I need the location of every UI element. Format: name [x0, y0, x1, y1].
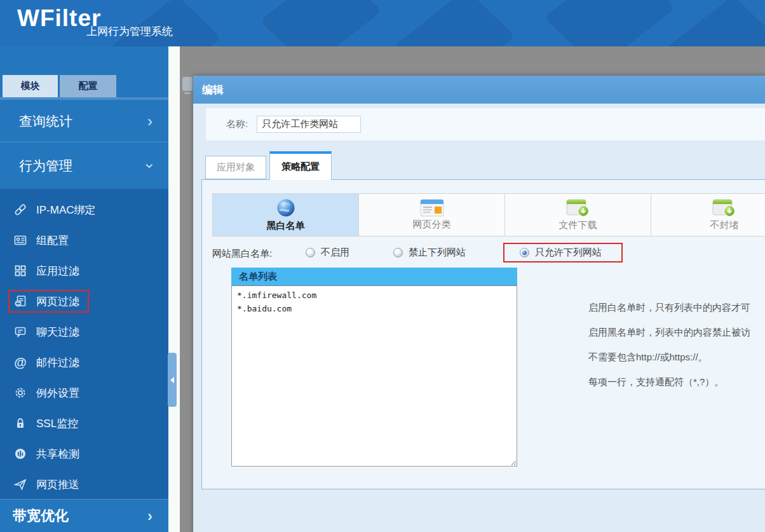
name-row: 名称:: [205, 107, 765, 141]
sidebar-section-query-stats[interactable]: 查询统计 ›: [0, 100, 168, 142]
help-line: 不需要包含http://或https://。: [588, 344, 750, 369]
dialog-title-bar[interactable]: 编辑: [193, 76, 765, 104]
sidebar-item-label: SSL监控: [36, 416, 78, 431]
radio-label: 不启用: [321, 247, 349, 259]
sidebar-item-app-filter[interactable]: 应用过滤: [0, 256, 168, 286]
name-label: 名称:: [226, 118, 248, 130]
download-window-icon: [712, 198, 736, 217]
tab-apply-objects[interactable]: 应用对象: [205, 156, 266, 179]
help-line: 启用黑名单时，列表中的内容禁止被访: [588, 320, 750, 344]
icon-tab-label: 不封堵: [710, 219, 739, 231]
grid-icon: [13, 263, 28, 278]
chat-bubble-icon: [13, 324, 28, 339]
sidebar-tab-modules[interactable]: 模块: [3, 75, 58, 97]
icon-tab-label: 网页分类: [413, 219, 451, 231]
icon-tab-no-block[interactable]: 不封堵: [651, 194, 765, 236]
tab-policy-config[interactable]: 策略配置: [269, 151, 332, 180]
sidebar-item-web-filter[interactable]: 网页过滤: [0, 286, 168, 317]
help-line: 启用白名单时，只有列表中的内容才可: [588, 295, 750, 320]
lock-icon: [13, 416, 28, 431]
sidebar-item-label: 例外设置: [36, 386, 79, 400]
icon-tab-file-download[interactable]: 文件下载: [505, 194, 651, 236]
app-subtitle: 上网行为管理系统: [86, 24, 173, 39]
web-category-icon: [420, 199, 444, 217]
app-header: WFilter 上网行为管理系统: [0, 0, 765, 46]
at-sign-icon: @: [13, 355, 28, 370]
help-text: 启用白名单时，只有列表中的内容才可 启用黑名单时，列表中的内容禁止被访 不需要包…: [588, 295, 750, 394]
icon-tab-blackwhite-list[interactable]: 黑白名单: [213, 194, 359, 236]
chevron-right-icon: ›: [147, 508, 152, 524]
chevron-down-icon: ›: [142, 163, 158, 168]
sidebar: 模块 配置 查询统计 › 行为管理 › IP-MAC绑定 组配置: [0, 46, 168, 532]
sidebar-item-share-detect[interactable]: 共享检测: [0, 439, 168, 469]
keyboard-texture: [542, 0, 677, 46]
radio-label: 只允许下列网站: [535, 247, 602, 259]
share-detect-icon: [13, 446, 28, 461]
id-card-icon: [13, 233, 28, 248]
sidebar-item-ip-mac-binding[interactable]: IP-MAC绑定: [0, 194, 168, 225]
keyboard-texture: [391, 0, 517, 46]
icon-tab-label: 黑白名单: [267, 220, 305, 232]
sidebar-item-label: 聊天过滤: [36, 325, 79, 339]
policy-icon-tabs: 黑白名单 网页分类: [212, 193, 765, 236]
sidebar-item-label: 邮件过滤: [36, 355, 79, 370]
sidebar-gap: [168, 46, 180, 532]
underlying-page-icon: [182, 77, 193, 91]
web-page-icon: [13, 294, 28, 309]
sidebar-section-behavior-mgmt[interactable]: 行为管理 ›: [0, 143, 168, 189]
radio-group-label: 网站黑白名单:: [212, 248, 272, 260]
sidebar-item-chat-filter[interactable]: 聊天过滤: [0, 317, 168, 347]
download-window-icon: [566, 198, 590, 217]
radio-selected-icon[interactable]: [520, 248, 529, 257]
radio-icon[interactable]: [393, 248, 403, 257]
keyboard-texture: [258, 0, 384, 46]
sidebar-item-mail-filter[interactable]: @ 邮件过滤: [0, 347, 168, 378]
sidebar-item-exception-settings[interactable]: 例外设置: [0, 378, 168, 408]
radio-allow-only-listed[interactable]: 只允许下列网站: [520, 247, 602, 259]
sidebar-item-label: 共享检测: [36, 447, 79, 461]
radio-icon[interactable]: [306, 248, 315, 257]
sidebar-section-bandwidth[interactable]: 带宽优化 ›: [0, 499, 168, 532]
icon-tab-web-category[interactable]: 网页分类: [359, 194, 505, 236]
sidebar-item-ssl-monitor[interactable]: SSL监控: [0, 408, 168, 439]
name-input[interactable]: [257, 116, 361, 133]
globe-icon: [276, 198, 296, 218]
edit-dialog: 编辑 名称: 应用对象 策略配置 黑白名单: [193, 76, 765, 532]
icon-tab-label: 文件下载: [559, 219, 597, 231]
policy-config-panel: 黑白名单 网页分类: [201, 179, 765, 489]
radio-block-listed[interactable]: 禁止下列网站: [393, 247, 466, 259]
whitelist-textarea[interactable]: *.imfirewall.com *.baidu.com: [231, 285, 517, 467]
collapse-left-icon: [170, 377, 174, 383]
chevron-right-icon: ›: [147, 114, 152, 129]
sidebar-submenu: IP-MAC绑定 组配置 应用过滤: [0, 189, 168, 499]
radio-disabled[interactable]: 不启用: [306, 247, 349, 259]
highlight-box: 网页过滤: [8, 290, 89, 313]
sidebar-item-group-config[interactable]: 组配置: [0, 225, 168, 256]
list-header: 名单列表: [231, 268, 517, 285]
help-line: 每项一行，支持通配符（*,?）。: [588, 369, 750, 394]
sidebar-item-label: 网页过滤: [36, 294, 79, 309]
sidebar-divider: [0, 97, 168, 100]
sidebar-item-label: IP-MAC绑定: [36, 203, 96, 217]
paper-plane-icon: [13, 477, 28, 492]
sidebar-item-label: 组配置: [36, 233, 69, 248]
link-icon: [13, 202, 28, 217]
radio-label: 禁止下列网站: [409, 247, 466, 259]
gear-icon: [13, 385, 28, 400]
sidebar-item-label: 网页推送: [36, 477, 79, 492]
sidebar-collapse-handle[interactable]: [168, 353, 177, 407]
sidebar-tab-config[interactable]: 配置: [60, 75, 116, 97]
sidebar-item-web-push[interactable]: 网页推送: [0, 469, 168, 500]
keyboard-texture: [107, 0, 224, 46]
dialog-title: 编辑: [202, 83, 224, 97]
sidebar-item-label: 应用过滤: [36, 264, 79, 278]
